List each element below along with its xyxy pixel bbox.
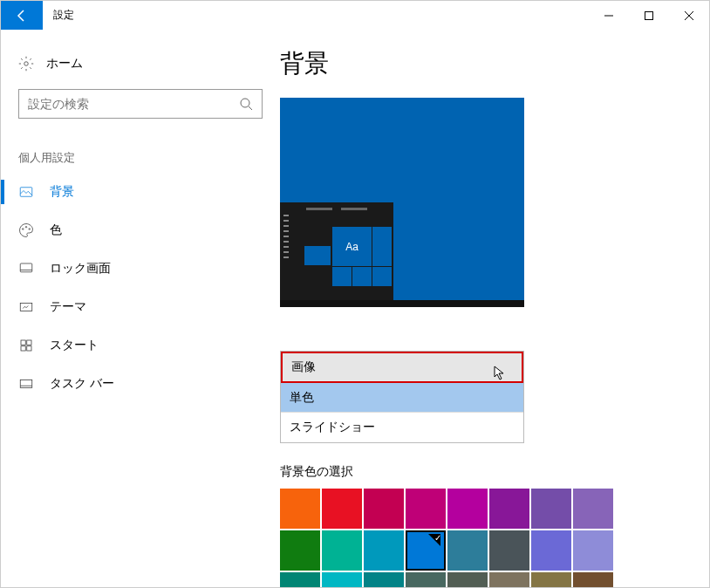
dropdown-option-label: スライドショー <box>290 420 375 435</box>
sidebar-item-label: タスク バー <box>50 376 114 392</box>
color-swatch[interactable] <box>573 489 613 529</box>
svg-rect-16 <box>21 346 25 351</box>
search-input[interactable] <box>18 89 263 119</box>
color-swatch[interactable] <box>447 530 488 571</box>
search-icon <box>239 97 253 111</box>
color-swatch[interactable]: ✓ <box>406 530 446 571</box>
svg-rect-1 <box>645 11 653 19</box>
color-swatch[interactable] <box>489 489 529 529</box>
check-icon: ✓ <box>434 533 441 543</box>
sidebar-item-label: スタート <box>50 338 99 353</box>
color-swatch[interactable] <box>280 530 320 571</box>
dropdown-option-solid[interactable]: 単色 <box>281 383 523 413</box>
palette-icon <box>18 222 34 238</box>
color-swatch[interactable] <box>531 572 571 588</box>
search-field[interactable] <box>28 97 239 111</box>
color-swatch[interactable] <box>322 572 362 588</box>
maximize-button[interactable] <box>629 1 669 30</box>
color-swatch[interactable] <box>531 530 571 571</box>
color-section-label: 背景色の選択 <box>280 464 683 480</box>
dropdown-option-label: 単色 <box>290 390 314 406</box>
pen-icon <box>18 299 34 315</box>
main-content: 背景 Aa 画像 単色 <box>280 30 709 587</box>
title-bar: 設定 <box>1 1 709 30</box>
svg-rect-18 <box>20 380 32 388</box>
cursor-icon <box>494 366 506 381</box>
sidebar-home[interactable]: ホーム <box>1 49 280 79</box>
sidebar-item-colors[interactable]: 色 <box>1 211 280 250</box>
dropdown-option-slideshow[interactable]: スライドショー <box>281 413 523 442</box>
color-swatch[interactable] <box>406 572 446 588</box>
color-grid: ✓ <box>280 489 613 588</box>
sidebar-item-background[interactable]: 背景 <box>1 173 280 211</box>
svg-rect-15 <box>27 340 31 345</box>
sidebar-home-label: ホーム <box>46 56 83 72</box>
sidebar-item-start[interactable]: スタート <box>1 326 280 365</box>
dropdown-option-picture[interactable]: 画像 <box>281 352 523 383</box>
sidebar-item-label: ロック画面 <box>50 261 111 277</box>
color-swatch[interactable] <box>364 489 404 529</box>
picture-icon <box>18 184 34 200</box>
svg-point-10 <box>29 229 31 230</box>
close-button[interactable] <box>669 1 709 30</box>
dropdown-option-label: 画像 <box>291 359 316 375</box>
color-swatch[interactable] <box>447 572 488 588</box>
background-type-dropdown[interactable]: 画像 単色 スライドショー <box>280 351 524 443</box>
color-swatch[interactable] <box>364 572 404 588</box>
preview-tile-aa: Aa <box>332 227 372 266</box>
page-title: 背景 <box>280 47 683 80</box>
color-swatch[interactable] <box>489 530 529 571</box>
sidebar-item-label: 背景 <box>50 184 74 200</box>
sidebar-item-lockscreen[interactable]: ロック画面 <box>1 250 280 288</box>
color-swatch[interactable] <box>406 489 446 529</box>
svg-rect-13 <box>20 304 32 311</box>
gear-icon <box>18 56 34 72</box>
monitor-icon <box>18 261 34 277</box>
minimize-button[interactable] <box>589 1 629 30</box>
back-button[interactable] <box>1 1 43 30</box>
grid-icon <box>18 338 34 353</box>
color-swatch[interactable] <box>280 489 320 529</box>
color-swatch[interactable] <box>531 489 571 529</box>
color-swatch[interactable] <box>489 572 529 588</box>
svg-point-9 <box>25 227 27 229</box>
color-swatch[interactable] <box>573 530 613 571</box>
color-swatch[interactable] <box>573 572 613 588</box>
svg-point-8 <box>23 229 24 230</box>
desktop-preview: Aa <box>280 98 524 307</box>
sidebar-item-taskbar[interactable]: タスク バー <box>1 365 280 403</box>
svg-point-4 <box>24 62 29 66</box>
svg-point-5 <box>241 99 249 107</box>
svg-rect-17 <box>27 346 31 351</box>
svg-rect-14 <box>21 340 25 345</box>
preview-start-menu: Aa <box>280 202 393 300</box>
sidebar-item-label: テーマ <box>50 299 86 315</box>
color-swatch[interactable] <box>280 572 320 588</box>
color-swatch[interactable] <box>322 530 362 571</box>
color-swatch[interactable] <box>447 489 488 529</box>
color-swatch[interactable] <box>322 489 362 529</box>
sidebar: ホーム 個人用設定 背景 色 ロック画面 テーマ スタート タスク <box>1 30 280 587</box>
svg-line-6 <box>249 106 252 110</box>
sidebar-item-label: 色 <box>50 222 62 238</box>
sidebar-item-themes[interactable]: テーマ <box>1 288 280 326</box>
color-swatch[interactable] <box>364 530 404 571</box>
taskbar-icon <box>18 376 34 392</box>
window-title: 設定 <box>53 8 74 23</box>
sidebar-section-header: 個人用設定 <box>1 119 280 173</box>
svg-rect-11 <box>20 263 32 272</box>
